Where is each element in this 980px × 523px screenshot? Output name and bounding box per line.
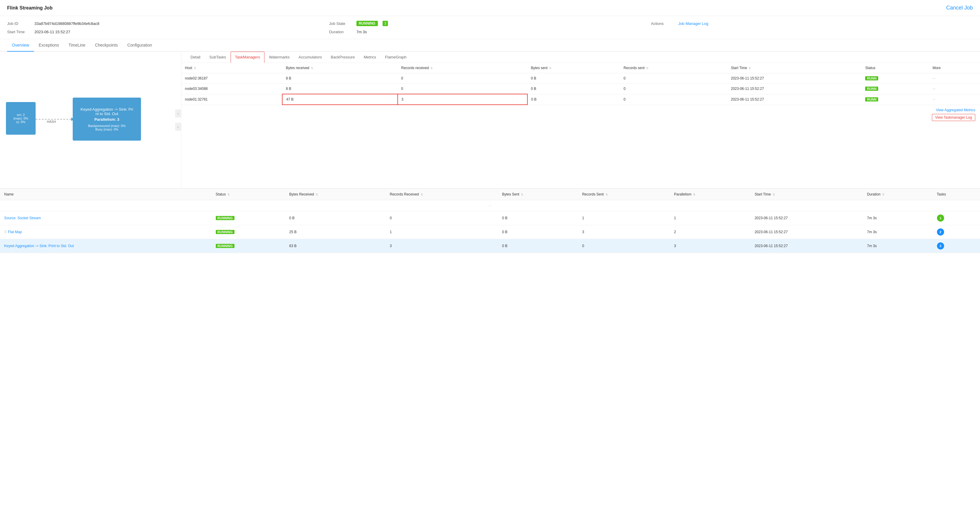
more-icon[interactable]: ··· [932, 97, 935, 102]
view-links-container: View Aggregated Metrics View Taskmanager… [181, 105, 980, 124]
sub-tab-flamegraph[interactable]: FlameGraph [380, 52, 411, 63]
bottom-tasks-cell: 2 [933, 225, 980, 239]
bottom-col-parallelism[interactable]: Parallelism ⇅ [670, 189, 751, 200]
tab-exceptions[interactable]: Exceptions [34, 39, 64, 52]
view-aggregated-metrics-link[interactable]: View Aggregated Metrics [936, 108, 975, 112]
tm-bytes-received-cell: 8 B [282, 73, 398, 84]
bottom-parallelism-cell: 1 [670, 211, 751, 225]
col-start-time[interactable]: Start Time ⇅ [727, 63, 862, 73]
left-node[interactable]: sm: 2 (max): 0% x): 0% [6, 102, 36, 135]
actions-label: Actions [651, 21, 675, 26]
page-header: Flink Streaming Job Cancel Job [0, 0, 980, 16]
bottom-table-row[interactable]: Keyed Aggregation -> Sink: Print to Std.… [0, 239, 980, 253]
bottom-col-records-received[interactable]: Records Received ⇅ [385, 189, 498, 200]
bottom-col-duration[interactable]: Duration ⇅ [863, 189, 932, 200]
tab-checkpoints[interactable]: Checkpoints [90, 39, 123, 52]
bottom-table-row[interactable]: Source: Socket Stream RUNNING 0 B 0 0 B … [0, 211, 980, 225]
main-tabs: Overview Exceptions TimeLine Checkpoints… [0, 39, 980, 52]
bottom-col-bytes-sent[interactable]: Bytes Sent ⇅ [498, 189, 578, 200]
bottom-col-tasks: Tasks [933, 189, 980, 200]
task-badge: 3 [937, 242, 944, 250]
duration-value: 7m 3s [356, 30, 367, 34]
sub-tab-accumulators[interactable]: Accumulators [294, 52, 326, 63]
bottom-col-bytes-received[interactable]: Bytes Received ⇅ [285, 189, 386, 200]
job-state-label: Job State [329, 21, 353, 26]
sort-bytes-sent-icon: ⇅ [549, 67, 551, 70]
sub-tab-metrics[interactable]: Metrics [359, 52, 380, 63]
col-records-received[interactable]: Records received ⇅ [398, 63, 527, 73]
status-badge: RUNN [865, 76, 878, 80]
bottom-bytes-sent-cell: 0 B [498, 211, 578, 225]
bottom-table-row[interactable]: ⠿Flat Map RUNNING 25 B 1 0 B 3 2 2023-06… [0, 225, 980, 239]
tm-bytes-sent-cell: 0 B [527, 73, 620, 84]
tm-host-cell: node02:36187 [181, 73, 282, 84]
job-name-link[interactable]: Flat Map [8, 230, 22, 234]
cancel-job-button[interactable]: Cancel Job [946, 5, 973, 11]
more-icon[interactable]: ··· [932, 76, 935, 80]
tm-more-cell[interactable]: ··· [929, 73, 980, 84]
tm-more-cell[interactable]: ··· [929, 84, 980, 94]
bottom-records-sent-cell: 0 [578, 239, 670, 253]
sort-records-received-icon: ⇅ [430, 67, 433, 70]
left-node-line1: sm: 2 [17, 113, 25, 117]
col-host[interactable]: Host ⇅ [181, 63, 282, 73]
tm-more-cell[interactable]: ··· [929, 94, 980, 105]
actions-item: Actions Job Manager Log [651, 21, 973, 26]
tm-host-cell: node03:34088 [181, 84, 282, 94]
bottom-bytes-received-cell: 25 B [285, 225, 386, 239]
sort-bytes-received-icon: ⇅ [311, 67, 313, 70]
sub-tab-detail[interactable]: Detail [186, 52, 205, 63]
col-records-sent[interactable]: Records sent ⇅ [620, 63, 727, 73]
bottom-col-start-time[interactable]: Start Time ⇅ [751, 189, 863, 200]
col-bytes-sent[interactable]: Bytes sent ⇅ [527, 63, 620, 73]
collapse-left-icon[interactable]: ‹ [175, 123, 181, 131]
bottom-duration-cell: 7m 3s [863, 225, 932, 239]
tab-overview[interactable]: Overview [7, 39, 34, 52]
tab-timeline[interactable]: TimeLine [64, 39, 90, 52]
job-name-link[interactable]: Source: Socket Stream [4, 216, 41, 220]
sub-tab-watermarks[interactable]: Watermarks [264, 52, 294, 63]
bottom-name-cell: ⠿Flat Map [0, 225, 212, 239]
col-status[interactable]: Status [862, 63, 929, 73]
sort-bottom-parallelism-icon: ⇅ [693, 193, 695, 196]
sort-start-time-icon: ⇅ [748, 67, 751, 70]
dashed-line [36, 119, 71, 119]
more-icon[interactable]: ··· [932, 87, 935, 91]
bottom-col-status[interactable]: Status ⇅ [212, 189, 285, 200]
status-badge: RUNN [865, 87, 878, 91]
main-node[interactable]: Keyed Aggregation -> Sink: Print to Std.… [73, 98, 141, 141]
job-id-item: Job ID 33a87b974d19880887ffe9b34efc8ac8 [7, 21, 329, 26]
view-taskmanager-log-link[interactable]: View Taskmanager Log [932, 114, 975, 121]
left-node-line3: x): 0% [16, 120, 25, 124]
taskmanagers-table-container: Host ⇅ Bytes received ⇅ Records received… [181, 63, 980, 105]
sort-bottom-bytes-sent-icon: ⇅ [521, 193, 523, 196]
bottom-col-name[interactable]: Name [0, 189, 212, 200]
sub-tab-taskmanagers[interactable]: TaskManagers [231, 52, 265, 63]
col-bytes-received[interactable]: Bytes received ⇅ [282, 63, 398, 73]
sub-tab-backpressure[interactable]: BackPressure [326, 52, 360, 63]
left-node-line2: (max): 0% [13, 117, 28, 120]
job-manager-log-link[interactable]: Job Manager Log [678, 21, 708, 26]
bottom-tasks-cell: 3 [933, 239, 980, 253]
drag-handle-icon[interactable]: ⠿ [4, 230, 7, 234]
bottom-col-records-sent[interactable]: Records Sent ⇅ [578, 189, 670, 200]
table-row[interactable]: node01:32781 47 B 3 0 B 0 2023-06-11 15:… [181, 94, 980, 105]
bottom-start-time-cell: 2023-06-11 15:52:27 [751, 239, 863, 253]
sub-tab-subtasks[interactable]: SubTasks [205, 52, 230, 63]
main-node-stats: Backpressured (max): 0% Busy (max): 0% [88, 124, 126, 131]
tab-configuration[interactable]: Configuration [123, 39, 157, 52]
sort-bottom-duration-icon: ⇅ [882, 193, 885, 196]
main-node-parallelism: Parallelism: 3 [94, 117, 119, 122]
job-state-item: Job State RUNNING 3 [329, 21, 651, 26]
table-row[interactable]: node03:34088 8 B 0 0 B 0 2023-06-11 15:5… [181, 84, 980, 94]
bottom-tasks-cell: 1 [933, 211, 980, 225]
table-row[interactable]: node02:36187 8 B 0 0 B 0 2023-06-11 15:5… [181, 73, 980, 84]
expand-right-icon[interactable]: › [175, 110, 181, 118]
tm-records-received-cell: 0 [398, 73, 527, 84]
status-badge: RUNN [865, 97, 878, 102]
status-running-badge: RUNNING [216, 230, 234, 234]
job-id-label: Job ID [7, 21, 31, 26]
job-name-link[interactable]: Keyed Aggregation -> Sink: Print to Std.… [4, 244, 73, 248]
taskmanagers-table: Host ⇅ Bytes received ⇅ Records received… [181, 63, 980, 105]
tm-records-received-cell: 0 [398, 84, 527, 94]
